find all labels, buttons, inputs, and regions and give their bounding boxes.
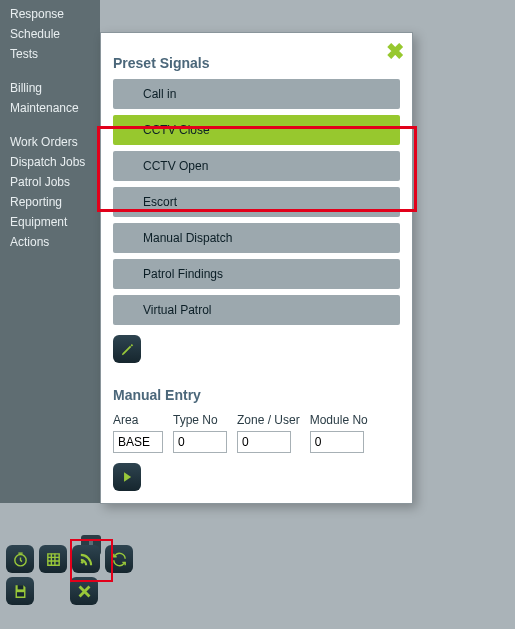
sidebar-item[interactable]: Patrol Jobs (4, 172, 96, 192)
field-label: Area (113, 413, 163, 427)
area-input[interactable] (113, 431, 163, 453)
sidebar-group-1: Response Schedule Tests (0, 0, 100, 74)
sidebar: Response Schedule Tests Billing Maintena… (0, 0, 100, 503)
sidebar-group-2: Billing Maintenance (0, 74, 100, 128)
field-label: Module No (310, 413, 368, 427)
manual-entry-col: Zone / User (237, 413, 300, 453)
rss-icon[interactable] (72, 545, 100, 573)
play-icon (120, 470, 134, 484)
sidebar-item[interactable]: Reporting (4, 192, 96, 212)
preset-item[interactable]: CCTV Open (113, 151, 400, 181)
manual-entry-row: Area Type No Zone / User Module No (113, 413, 400, 453)
refresh-icon[interactable] (105, 545, 133, 573)
preset-item[interactable]: Escort (113, 187, 400, 217)
preset-item[interactable]: Call in (113, 79, 400, 109)
close-icon[interactable] (70, 577, 98, 605)
save-icon[interactable] (6, 577, 34, 605)
field-label: Zone / User (237, 413, 300, 427)
bottom-icon-row-2 (6, 577, 98, 605)
preset-signals-dialog: ✖ Preset Signals Call in CCTV Close CCTV… (100, 32, 413, 504)
pencil-icon (120, 342, 135, 357)
sidebar-item[interactable]: Equipment (4, 212, 96, 232)
preset-item[interactable]: Virtual Patrol (113, 295, 400, 325)
module-no-input[interactable] (310, 431, 364, 453)
sidebar-item[interactable]: Actions (4, 232, 96, 252)
close-icon[interactable]: ✖ (386, 39, 404, 65)
play-button[interactable] (113, 463, 141, 491)
sidebar-item[interactable]: Billing (4, 78, 96, 98)
preset-item[interactable]: Patrol Findings (113, 259, 400, 289)
zone-user-input[interactable] (237, 431, 291, 453)
preset-item[interactable]: Manual Dispatch (113, 223, 400, 253)
field-label: Type No (173, 413, 227, 427)
preset-list: Call in CCTV Close CCTV Open Escort Manu… (113, 79, 400, 325)
dialog-title: Preset Signals (113, 55, 400, 71)
clock-icon[interactable] (6, 545, 34, 573)
type-no-input[interactable] (173, 431, 227, 453)
sidebar-item[interactable]: Maintenance (4, 98, 96, 118)
sidebar-item[interactable]: Dispatch Jobs (4, 152, 96, 172)
sidebar-item[interactable]: Work Orders (4, 132, 96, 152)
manual-entry-col: Module No (310, 413, 368, 453)
edit-button[interactable] (113, 335, 141, 363)
manual-entry-col: Area (113, 413, 163, 453)
sidebar-item[interactable]: Tests (4, 44, 96, 64)
sidebar-item[interactable]: Response (4, 4, 96, 24)
manual-entry-col: Type No (173, 413, 227, 453)
manual-entry-title: Manual Entry (113, 387, 400, 403)
sidebar-group-3: Work Orders Dispatch Jobs Patrol Jobs Re… (0, 128, 100, 262)
sidebar-item[interactable]: Schedule (4, 24, 96, 44)
bottom-icon-row (6, 545, 133, 573)
bottom-toolbar (0, 503, 515, 629)
preset-item[interactable]: CCTV Close (113, 115, 400, 145)
grid-icon[interactable] (39, 545, 67, 573)
